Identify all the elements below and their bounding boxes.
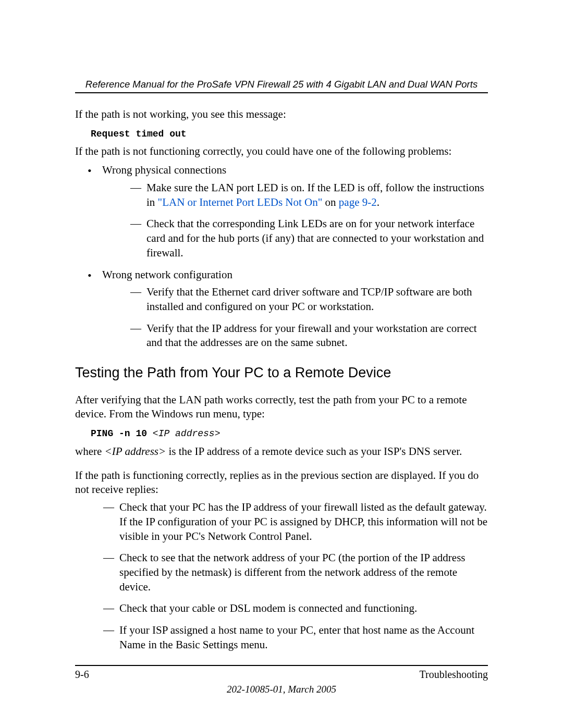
code-request-timed-out: Request timed out <box>91 128 488 141</box>
dash-item: Check that your PC has the IP address of… <box>75 500 488 544</box>
text: . <box>377 196 380 208</box>
text: Verify that the Ethernet card driver sof… <box>146 286 472 313</box>
footer-rule <box>75 665 488 666</box>
ip-address-italic: <IP address> <box>105 445 166 458</box>
dash-item: Check that the corresponding Link LEDs a… <box>102 217 488 260</box>
text: where <box>75 445 105 458</box>
bullet-physical: Wrong physical connections Make sure the… <box>75 163 488 260</box>
footer-page-number: 9-6 <box>75 668 89 681</box>
footer-docline: 202-10085-01, March 2005 <box>0 683 563 696</box>
dash-item: Check to see that the network address of… <box>75 551 488 594</box>
text: Check that the corresponding Link LEDs a… <box>146 217 484 258</box>
section-p3: If the path is functioning correctly, re… <box>75 468 488 497</box>
page-header: Reference Manual for the ProSafe VPN Fir… <box>75 78 488 91</box>
cmd-bold: PING -n 10 <box>91 428 153 439</box>
cmd-italic: <IP address> <box>153 428 221 439</box>
dash-item: Make sure the LAN port LED is on. If the… <box>102 181 488 209</box>
text: Check that your cable or DSL modem is co… <box>119 602 417 614</box>
intro-line2: If the path is not functioning correctly… <box>75 144 488 159</box>
text: is the IP address of a remote device suc… <box>166 445 462 458</box>
section-p2: where <IP address> is the IP address of … <box>75 445 488 459</box>
header-title: Reference Manual for the ProSafe VPN Fir… <box>85 79 478 90</box>
link-lan-leds[interactable]: "LAN or Internet Port LEDs Not On" <box>158 196 323 208</box>
text: Check to see that the network address of… <box>119 551 466 593</box>
reply-dash-list: Check that your PC has the IP address of… <box>75 500 488 652</box>
problem-bullets: Wrong physical connections Make sure the… <box>75 163 488 350</box>
bullet-label: Wrong network configuration <box>102 268 232 281</box>
dash-item: Verify that the IP address for your fire… <box>102 322 488 350</box>
header-rule <box>75 92 488 93</box>
intro-line1: If the path is not working, you see this… <box>75 107 488 122</box>
dash-list-physical: Make sure the LAN port LED is on. If the… <box>102 181 488 261</box>
page-body: If the path is not working, you see this… <box>75 107 488 660</box>
text: Check that your PC has the IP address of… <box>119 501 487 542</box>
page-footer: 9-6 Troubleshooting <box>75 668 488 681</box>
section-heading: Testing the Path from Your PC to a Remot… <box>75 364 488 382</box>
bullet-network-config: Wrong network configuration Verify that … <box>75 268 488 351</box>
dash-item: Verify that the Ethernet card driver sof… <box>102 285 488 314</box>
dash-item: Check that your cable or DSL modem is co… <box>75 601 488 616</box>
page: Reference Manual for the ProSafe VPN Fir… <box>0 0 563 728</box>
link-page-9-2[interactable]: page 9-2 <box>339 196 377 208</box>
text: on <box>322 196 339 208</box>
text: If your ISP assigned a host name to your… <box>119 624 474 651</box>
bullet-label: Wrong physical connections <box>102 164 226 176</box>
ping-command: PING -n 10 <IP address> <box>91 428 488 440</box>
dash-list-network: Verify that the Ethernet card driver sof… <box>102 285 488 350</box>
text: Verify that the IP address for your fire… <box>146 322 477 349</box>
dash-item: If your ISP assigned a host name to your… <box>75 623 488 652</box>
footer-section-name: Troubleshooting <box>419 668 488 681</box>
section-p1: After verifying that the LAN path works … <box>75 393 488 422</box>
